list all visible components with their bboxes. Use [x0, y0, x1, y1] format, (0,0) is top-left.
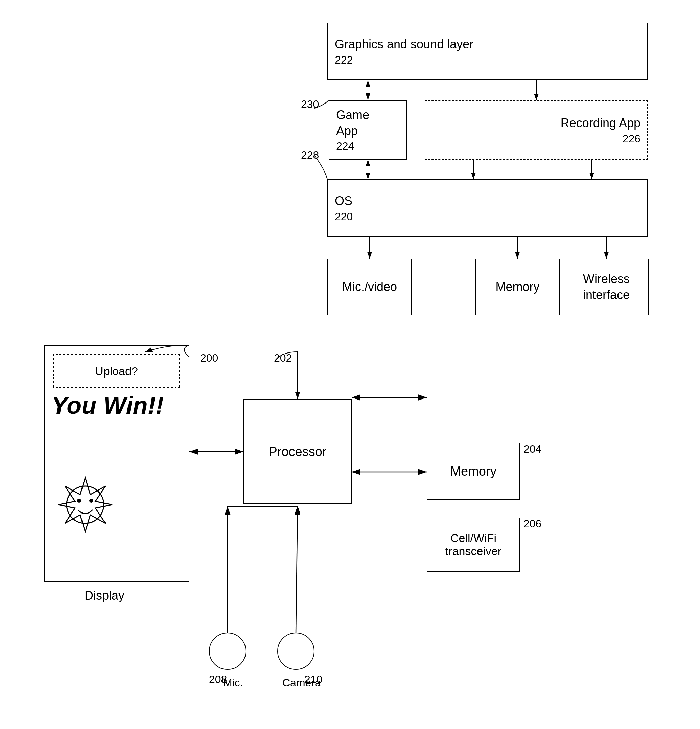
callout-230: 230	[301, 98, 319, 110]
upload-label: Upload?	[95, 364, 138, 378]
diagram-container: Graphics and sound layer 222 Recording A…	[0, 0, 700, 729]
game-label: GameApp	[336, 107, 400, 139]
box-cell-wifi: Cell/WiFitransceiver	[427, 518, 520, 572]
memory-top-label: Memory	[496, 279, 539, 295]
memory-bottom-label: Memory	[450, 464, 496, 479]
circle-mic	[209, 633, 246, 670]
box-recording-app: Recording App 226	[425, 100, 648, 160]
svg-point-15	[89, 499, 93, 503]
processor-label: Processor	[268, 444, 326, 459]
box-graphics-sound: Graphics and sound layer 222	[328, 23, 648, 80]
box-wireless: Wirelessinterface	[564, 259, 649, 315]
circle-camera	[277, 633, 314, 670]
display-label: Display	[84, 589, 125, 603]
box-game-app: GameApp 224	[329, 100, 407, 160]
box-os: OS 220	[328, 179, 648, 237]
box-processor: Processor	[243, 399, 352, 504]
box-memory-bottom: Memory	[427, 443, 520, 500]
upload-prompt-box: Upload?	[53, 354, 180, 388]
label-206: 206	[523, 518, 541, 530]
label-202: 202	[274, 352, 292, 364]
svg-point-14	[77, 499, 81, 503]
svg-point-13	[67, 486, 104, 523]
os-label: OS	[335, 193, 641, 209]
camera-text-label: Camera	[283, 677, 321, 689]
graphics-num: 222	[335, 54, 641, 66]
graphics-label: Graphics and sound layer	[335, 36, 641, 52]
box-mic-video: Mic./video	[328, 259, 412, 315]
display-box: Upload? You Win!!	[44, 345, 189, 582]
label-204: 204	[523, 443, 541, 455]
mic-text-label: Mic.	[223, 677, 243, 689]
cell-label: Cell/WiFitransceiver	[445, 532, 501, 558]
starburst-smiley	[51, 461, 146, 555]
callout-228: 228	[301, 149, 319, 161]
mic-label: Mic./video	[342, 279, 397, 295]
recording-num: 226	[432, 133, 641, 145]
label-200: 200	[200, 352, 218, 364]
recording-label: Recording App	[432, 115, 641, 131]
svg-line-24	[296, 507, 298, 633]
wireless-label: Wirelessinterface	[583, 271, 630, 303]
game-num: 224	[336, 140, 400, 152]
os-num: 220	[335, 211, 641, 223]
box-memory-top: Memory	[475, 259, 560, 315]
you-win-text: You Win!!	[51, 391, 164, 419]
